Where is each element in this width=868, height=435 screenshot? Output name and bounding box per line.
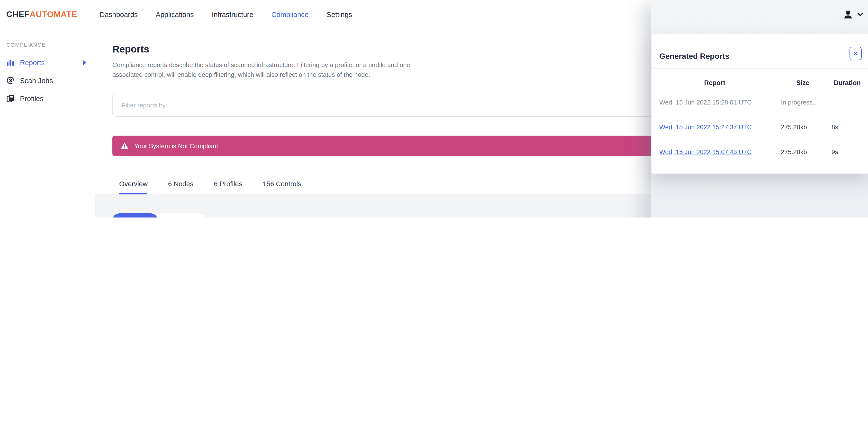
node-status-toggle-button[interactable]: Node Status bbox=[113, 213, 158, 218]
logo-chef-text: CHEF bbox=[6, 9, 30, 19]
sidebar-item-label: Scan Jobs bbox=[20, 76, 53, 84]
generated-reports-table: Report Size Duration Wed, 15 Jun 2022 15… bbox=[659, 75, 860, 164]
nav-menu: Dashboards Applications Infrastructure C… bbox=[100, 10, 352, 18]
tab-nodes[interactable]: 6 Nodes bbox=[168, 175, 193, 194]
close-icon[interactable]: ✕ bbox=[849, 47, 862, 60]
app-root: CHEFAUTOMATE Dashboards Applications Inf… bbox=[0, 0, 868, 218]
report-size: 275.20kb bbox=[770, 124, 825, 131]
sidebar-item-reports[interactable]: Reports bbox=[6, 54, 88, 71]
report-timestamp: Wed, 15 Jun 2022 15:28:01 UTC bbox=[659, 99, 770, 106]
column-header-size: Size bbox=[770, 79, 825, 86]
panel-title: Generated Reports bbox=[659, 52, 729, 61]
profile-status-toggle-button[interactable]: Profile Status bbox=[158, 213, 206, 218]
submenu-arrow-icon bbox=[83, 60, 86, 65]
user-profile-icon[interactable] bbox=[842, 9, 854, 21]
column-header-duration: Duration bbox=[825, 79, 861, 86]
sidebar-item-profiles[interactable]: Profiles bbox=[6, 90, 88, 107]
generated-reports-panel: Generated Reports ✕ Report Size Duration… bbox=[651, 33, 868, 174]
sidebar-item-label: Reports bbox=[20, 59, 45, 66]
report-size: In progress... bbox=[770, 99, 825, 106]
logo-automate-text: AUTOMATE bbox=[30, 9, 78, 19]
table-row: Wed, 15 Jun 2022 15:27:37 UTC 275.20kb 8… bbox=[659, 115, 860, 139]
panel-header: Generated Reports ✕ bbox=[651, 34, 868, 69]
bar-chart-icon bbox=[6, 58, 14, 67]
page-title: Reports bbox=[113, 44, 149, 55]
table-header-row: Report Size Duration bbox=[659, 75, 860, 90]
sidebar-item-label: Profiles bbox=[20, 95, 43, 102]
sidebar-section-label: COMPLIANCE bbox=[6, 42, 88, 47]
report-duration: 9s bbox=[825, 148, 861, 156]
scan-target-icon bbox=[6, 76, 14, 85]
table-row: Wed, 15 Jun 2022 15:07:43 UTC 275.20kb 9… bbox=[659, 139, 860, 164]
chevron-down-icon[interactable] bbox=[857, 13, 863, 16]
warning-triangle-icon bbox=[121, 142, 128, 149]
sidebar-item-scan-jobs[interactable]: Scan Jobs bbox=[6, 71, 88, 90]
status-toggle: Node Status Profile Status bbox=[113, 213, 206, 218]
chef-automate-logo[interactable]: CHEFAUTOMATE bbox=[6, 9, 78, 19]
nav-item-compliance[interactable]: Compliance bbox=[271, 10, 308, 18]
report-download-link[interactable]: Wed, 15 Jun 2022 15:27:37 UTC bbox=[659, 124, 752, 131]
banner-text: Your System is Not Compliant bbox=[134, 142, 218, 149]
nav-item-dashboards[interactable]: Dashboards bbox=[100, 10, 138, 18]
page-description: Compliance reports describe the status o… bbox=[113, 60, 413, 79]
nav-item-applications[interactable]: Applications bbox=[156, 10, 194, 18]
tab-overview[interactable]: Overview bbox=[119, 175, 148, 194]
report-download-link[interactable]: Wed, 15 Jun 2022 15:07:43 UTC bbox=[659, 148, 752, 156]
nav-item-settings[interactable]: Settings bbox=[327, 10, 352, 18]
tab-controls[interactable]: 156 Controls bbox=[263, 175, 302, 194]
report-size: 275.20kb bbox=[770, 148, 825, 156]
compliance-sidebar: COMPLIANCE Reports Scan Jobs bbox=[0, 29, 94, 218]
nav-user-area bbox=[842, 0, 863, 29]
nav-item-infrastructure[interactable]: Infrastructure bbox=[212, 10, 253, 18]
report-tabs: Overview 6 Nodes 6 Profiles 156 Controls bbox=[119, 175, 302, 194]
tab-profiles[interactable]: 6 Profiles bbox=[214, 175, 242, 194]
report-duration: 8s bbox=[825, 124, 861, 131]
column-header-report: Report bbox=[659, 79, 770, 86]
table-row: Wed, 15 Jun 2022 15:28:01 UTC In progres… bbox=[659, 90, 860, 115]
profiles-doc-icon bbox=[6, 94, 14, 103]
